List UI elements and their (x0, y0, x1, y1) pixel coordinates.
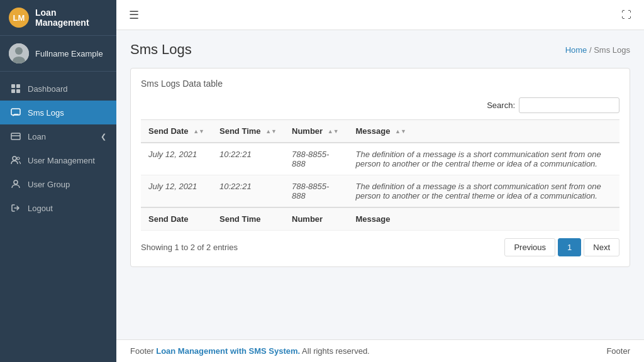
breadcrumb-home[interactable]: Home (565, 45, 587, 55)
logo-text: LM (13, 13, 25, 23)
sidebar-nav: Dashboard Sms Logs (0, 72, 116, 362)
page-title: Sms Logs (130, 41, 192, 58)
sidebar-item-label-dashboard: Dashboard (28, 84, 106, 94)
sidebar-app-title: Loan Management (35, 8, 108, 28)
footer-col-message: Message (348, 207, 619, 231)
sidebar-username: Fullname Example (35, 49, 103, 58)
sidebar-item-user-group[interactable]: User Group (0, 172, 116, 196)
topbar-left: ☰ (129, 8, 139, 22)
search-label: Search: (487, 101, 515, 110)
table-body: July 12, 2021 10:22:21 788-8855-888 The … (141, 143, 619, 207)
cell-send-date-2: July 12, 2021 (141, 175, 212, 208)
svg-rect-8 (11, 133, 20, 140)
chevron-right-icon: ❮ (101, 133, 106, 141)
cell-message-1: The definition of a message is a short c… (348, 143, 619, 175)
sidebar-item-label-user-group: User Group (28, 180, 106, 189)
card: Sms Logs Data table Search: Send Date ▲▼ (130, 68, 630, 267)
page-1-button[interactable]: 1 (558, 238, 581, 256)
sidebar-item-user-management[interactable]: User Management (0, 148, 116, 172)
sidebar: LM Loan Management Fullname Example (0, 0, 116, 362)
table-head: Send Date ▲▼ Send Time ▲▼ Number ▲▼ (141, 120, 619, 143)
sort-icon-send-time: ▲▼ (265, 129, 277, 134)
previous-button[interactable]: Previous (504, 238, 555, 256)
footer-left-text: Footer (130, 346, 156, 356)
table-header-row: Send Date ▲▼ Send Time ▲▼ Number ▲▼ (141, 120, 619, 143)
svg-rect-6 (16, 89, 20, 93)
sidebar-item-loan[interactable]: Loan ❮ (0, 124, 116, 148)
avatar (9, 43, 29, 63)
svg-rect-3 (11, 84, 15, 88)
table-controls: Search: (141, 97, 619, 113)
breadcrumb-current: Sms Logs (594, 45, 630, 55)
sidebar-logo: LM (9, 8, 29, 28)
app-wrapper: LM Loan Management Fullname Example (0, 0, 644, 362)
col-header-send-date[interactable]: Send Date ▲▼ (141, 120, 212, 143)
loan-icon (10, 131, 21, 142)
footer-right: Footer (606, 346, 630, 356)
sidebar-item-label-logout: Logout (28, 204, 106, 213)
search-input[interactable] (519, 97, 619, 113)
svg-rect-5 (11, 89, 15, 93)
footer: Footer Loan Management with SMS System. … (116, 339, 644, 362)
cell-number-1: 788-8855-888 (284, 143, 348, 175)
topbar-right: ⛶ (621, 9, 631, 21)
sidebar-user: Fullname Example (0, 36, 116, 72)
cell-number-2: 788-8855-888 (284, 175, 348, 208)
footer-right-text: Footer (606, 346, 630, 356)
usergroup-icon (10, 178, 21, 190)
footer-left: Footer Loan Management with SMS System. … (130, 346, 370, 356)
cell-message-2: The definition of a message is a short c… (348, 175, 619, 208)
main-layout: LM Loan Management Fullname Example (0, 0, 644, 362)
sidebar-item-logout[interactable]: Logout (0, 196, 116, 220)
col-header-send-time[interactable]: Send Time ▲▼ (212, 120, 284, 143)
breadcrumb: Home / Sms Logs (565, 45, 630, 55)
footer-col-send-time: Send Time (212, 207, 284, 231)
entries-info: Showing 1 to 2 of 2 entries (141, 243, 238, 252)
content-area: ☰ ⛶ Sms Logs Home / Sms Logs Sms L (116, 0, 644, 362)
table-footer: Showing 1 to 2 of 2 entries Previous 1 N… (141, 238, 619, 256)
users-icon (10, 155, 21, 166)
footer-col-send-date: Send Date (141, 207, 212, 231)
sort-icon-send-date: ▲▼ (193, 129, 204, 134)
cell-send-date-1: July 12, 2021 (141, 143, 212, 175)
logout-icon (10, 202, 21, 214)
sort-icon-message: ▲▼ (395, 129, 406, 134)
sidebar-item-label-sms: Sms Logs (28, 108, 106, 118)
footer-rights-text: All rights reserved. (300, 346, 370, 356)
col-header-message[interactable]: Message ▲▼ (348, 120, 619, 143)
svg-point-12 (14, 180, 18, 184)
svg-point-1 (15, 47, 23, 55)
sms-icon (10, 107, 21, 118)
table-foot: Send Date Send Time Number Message (141, 207, 619, 231)
card-title: Sms Logs Data table (141, 79, 619, 89)
cell-send-time-1: 10:22:21 (212, 143, 284, 175)
hamburger-icon[interactable]: ☰ (129, 8, 139, 22)
next-button[interactable]: Next (584, 238, 619, 256)
page-content: Sms Logs Home / Sms Logs Sms Logs Data t… (116, 30, 644, 339)
sort-icon-number: ▲▼ (328, 129, 339, 134)
svg-rect-4 (16, 84, 20, 88)
table-footer-row: Send Date Send Time Number Message (141, 207, 619, 231)
table-row: July 12, 2021 10:22:21 788-8855-888 The … (141, 175, 619, 208)
col-header-number[interactable]: Number ▲▼ (284, 120, 348, 143)
pagination: Previous 1 Next (504, 238, 619, 256)
sidebar-item-sms-logs[interactable]: Sms Logs (0, 101, 116, 124)
sidebar-header: LM Loan Management (0, 0, 116, 36)
svg-point-10 (13, 156, 16, 160)
footer-brand-link[interactable]: Loan Management with SMS System. (156, 346, 300, 356)
sidebar-item-label-user-management: User Management (28, 156, 106, 165)
sidebar-item-label-loan: Loan (28, 132, 94, 141)
cell-send-time-2: 10:22:21 (212, 175, 284, 208)
expand-icon[interactable]: ⛶ (621, 9, 631, 21)
topbar: ☰ ⛶ (116, 0, 644, 30)
sidebar-item-dashboard[interactable]: Dashboard (0, 77, 116, 101)
data-table: Send Date ▲▼ Send Time ▲▼ Number ▲▼ (141, 119, 619, 231)
table-row: July 12, 2021 10:22:21 788-8855-888 The … (141, 143, 619, 175)
dashboard-icon (10, 83, 21, 94)
page-header: Sms Logs Home / Sms Logs (130, 41, 630, 58)
breadcrumb-separator: / (589, 45, 592, 55)
svg-point-11 (17, 157, 19, 160)
footer-col-number: Number (284, 207, 348, 231)
